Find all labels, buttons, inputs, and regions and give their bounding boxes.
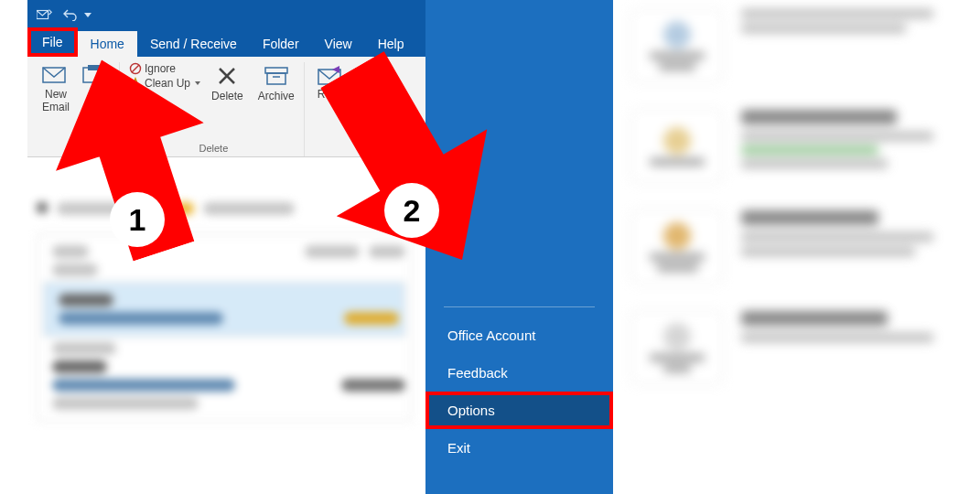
title-bar	[27, 0, 430, 29]
annotation-arrow-2: 2	[320, 55, 494, 274]
annotation-step-2-badge: 2	[384, 183, 439, 238]
backstage-options[interactable]: Options	[425, 392, 613, 429]
archive-label: Archive	[258, 90, 295, 102]
annotation-step-1-badge: 1	[110, 192, 165, 247]
svg-rect-9	[265, 68, 287, 73]
account-info-blurred	[613, 0, 980, 494]
delete-button[interactable]: Delete	[208, 62, 247, 104]
annotation-arrow-1: 1	[55, 55, 210, 256]
delete-label: Delete	[211, 90, 243, 102]
archive-button[interactable]: Archive	[254, 62, 298, 104]
tab-folder[interactable]: Folder	[250, 31, 312, 57]
undo-quick-icon[interactable]	[62, 6, 79, 23]
tab-view[interactable]: View	[312, 31, 365, 57]
backstage-office-account[interactable]: Office Account	[425, 317, 613, 354]
quick-access-dropdown-icon[interactable]	[84, 13, 92, 17]
tab-file[interactable]: File	[27, 27, 78, 57]
backstage-feedback[interactable]: Feedback	[425, 354, 613, 392]
ribbon-tabs: File Home Send / Receive Folder View Hel…	[27, 29, 430, 57]
backstage-divider	[444, 306, 595, 307]
svg-rect-10	[267, 73, 285, 84]
backstage-exit[interactable]: Exit	[425, 429, 613, 467]
send-receive-quick-icon[interactable]	[37, 6, 53, 23]
